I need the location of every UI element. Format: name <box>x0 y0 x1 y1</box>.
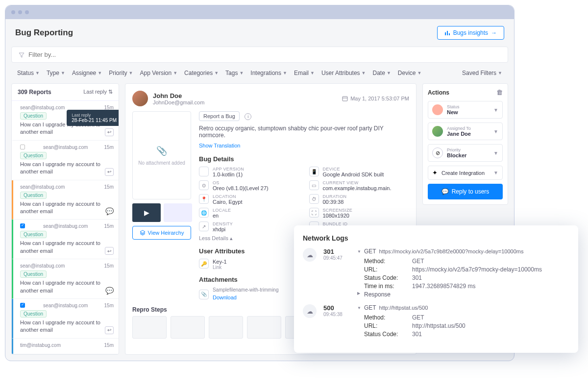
chevron-down-icon: ▼ <box>35 71 40 75</box>
reply-icon: ↩ <box>105 168 114 176</box>
chevron-down-icon: ▼ <box>362 71 366 75</box>
filter-date[interactable]: Date▼ <box>370 68 394 78</box>
detail-icon: 🌐 <box>199 208 209 218</box>
screenshot-thumbnail[interactable] <box>164 203 192 222</box>
report-item[interactable]: sean@instabug.com15mQuestionHow can I up… <box>12 259 119 299</box>
filter-categories[interactable]: Categories▼ <box>181 68 221 78</box>
question-badge: Question <box>20 192 47 199</box>
detail-icon: ⏱ <box>309 194 319 204</box>
reply-icon: ↩ <box>105 326 114 334</box>
detail-item: 📍LOCATIONCairo, Egypt <box>199 194 299 205</box>
repro-step-thumbnail[interactable] <box>247 316 281 339</box>
filter-assignee[interactable]: Assignee▼ <box>69 68 105 78</box>
layers-icon <box>140 230 146 236</box>
network-log-row[interactable]: ☁30109:45:47▼GET https://mocky.io/v2/5a7… <box>303 248 569 299</box>
paperclip-icon: 📎 <box>156 146 167 156</box>
filter-user-attributes[interactable]: User Attributes▼ <box>318 68 369 78</box>
checkbox[interactable] <box>20 303 25 308</box>
filter-tags[interactable]: Tags▼ <box>222 68 246 78</box>
chevron-down-icon: ▼ <box>310 71 315 75</box>
priority-dropdown[interactable]: ⊘ PriorityBlocker ▼ <box>428 144 503 162</box>
play-icon: ▶ <box>144 209 149 217</box>
chevron-down-icon: ▼ <box>283 71 287 75</box>
sort-toggle[interactable]: Last reply ⇅ <box>83 89 113 96</box>
network-logs-panel: Network Logs ☁30109:45:47▼GET https://mo… <box>294 225 578 353</box>
user-email: JohnDoe@gmail.com <box>153 99 204 105</box>
delete-icon[interactable]: 🗑 <box>496 89 503 96</box>
chevron-down-icon: ▼ <box>129 71 133 75</box>
video-thumbnail[interactable]: ▶ <box>132 203 161 222</box>
saved-filters-dropdown[interactable]: Saved Filters▼ <box>459 68 505 78</box>
filter-input[interactable] <box>28 51 501 58</box>
detail-icon: ⊙ <box>199 180 209 190</box>
chevron-down-icon: ▼ <box>493 129 498 134</box>
report-date: May 1, 2017 5:53:07 PM <box>342 96 409 101</box>
detail-item: ⛶SCREENSIZE1080x1920 <box>309 208 410 219</box>
view-hierarchy-button[interactable]: View Heirarchy <box>132 226 191 240</box>
window-titlebar <box>5 5 514 19</box>
detail-icon: ▭ <box>309 180 319 190</box>
traffic-dot <box>25 10 29 14</box>
question-badge: Question <box>20 270 47 278</box>
assignee-avatar <box>432 126 443 137</box>
network-log-row[interactable]: ☁50009:45:38▼GET http://httpstat.us/500M… <box>303 304 569 339</box>
report-item[interactable]: sean@instabug.com15mQuestionHow can I up… <box>12 220 119 259</box>
checkbox[interactable] <box>20 145 25 149</box>
question-badge: Question <box>20 310 47 318</box>
chevron-down-icon: ▼ <box>239 71 244 75</box>
filter-app-version[interactable]: App Version▼ <box>137 68 180 78</box>
priority-icon: ⊘ <box>432 147 443 158</box>
repro-step-thumbnail[interactable] <box>209 316 243 339</box>
collapse-icon[interactable]: ▼ <box>357 306 361 310</box>
question-badge: Question <box>20 231 47 238</box>
filter-status[interactable]: Status▼ <box>14 68 43 78</box>
filter-device[interactable]: Device▼ <box>395 68 425 78</box>
cloud-icon: ☁ <box>303 304 317 318</box>
report-item[interactable]: sean@instabug.com15mQuestionHow can I up… <box>12 101 119 141</box>
bugs-insights-button[interactable]: Bugs insights → <box>437 26 504 40</box>
detail-item: 🌐LOCALEen <box>199 208 299 219</box>
chevron-down-icon: ▼ <box>387 71 391 75</box>
checkbox[interactable] <box>20 223 25 228</box>
repro-step-thumbnail[interactable] <box>171 316 205 339</box>
paperclip-icon: 📎 <box>199 290 209 299</box>
bug-details-title: Bug Details <box>199 155 409 163</box>
report-item[interactable]: sean@instabug.com15mQuestionHow can I up… <box>12 180 119 220</box>
detail-icon: 📍 <box>199 194 209 204</box>
attachment-dropzone[interactable]: 📎 No attachment added <box>132 111 191 199</box>
filter-priority[interactable]: Priority▼ <box>106 68 136 78</box>
filter-type[interactable]: Type▼ <box>44 68 68 78</box>
detail-item: ⊙OSOreo (v8.1.0)(Level 27) <box>199 180 299 191</box>
reply-icon: ↩ <box>105 128 114 136</box>
show-translation-link[interactable]: Show Translation <box>199 143 240 148</box>
info-icon[interactable]: i <box>245 113 251 120</box>
report-item[interactable]: sean@instabug.com15mQuestionHow can I up… <box>12 299 119 339</box>
assignee-dropdown[interactable]: Assigned ToJane Doe ▼ <box>428 122 503 140</box>
filter-email[interactable]: Email▼ <box>291 68 318 78</box>
create-integration-dropdown[interactable]: ✦ Create Integration ▼ <box>428 166 503 180</box>
expand-icon[interactable]: ▶ <box>357 291 360 298</box>
chat-icon: 💬 <box>105 207 114 215</box>
report-item[interactable]: sean@instabug.com15mQuestionHow can I up… <box>12 141 119 180</box>
filter-integrations[interactable]: Integrations▼ <box>247 68 290 78</box>
detail-item: ↗DENSITYxhdpi <box>199 221 299 232</box>
reply-to-users-button[interactable]: 💬 Reply to users <box>428 184 503 199</box>
chat-icon: 💬 <box>105 287 114 294</box>
status-dropdown[interactable]: StatusNew ▼ <box>428 101 503 119</box>
chevron-down-icon: ▼ <box>493 150 498 156</box>
chevron-down-icon: ▼ <box>493 170 498 175</box>
download-link[interactable]: Download <box>213 294 237 300</box>
question-badge: Question <box>20 112 47 120</box>
status-icon <box>432 104 443 115</box>
repro-step-thumbnail[interactable] <box>132 316 167 339</box>
question-badge: Question <box>20 152 47 159</box>
report-item[interactable]: tim@instabug.com15m <box>12 339 119 354</box>
key-icon: 🔑 <box>199 259 209 269</box>
filter-icon <box>19 52 24 58</box>
reply-icon: ↩ <box>105 247 114 255</box>
filter-bar[interactable] <box>11 47 508 63</box>
detail-item: ⏱DURATION00:39:38 <box>309 194 410 205</box>
collapse-icon[interactable]: ▼ <box>357 249 361 254</box>
cloud-icon: ☁ <box>303 248 317 262</box>
chevron-down-icon: ▼ <box>214 71 219 75</box>
